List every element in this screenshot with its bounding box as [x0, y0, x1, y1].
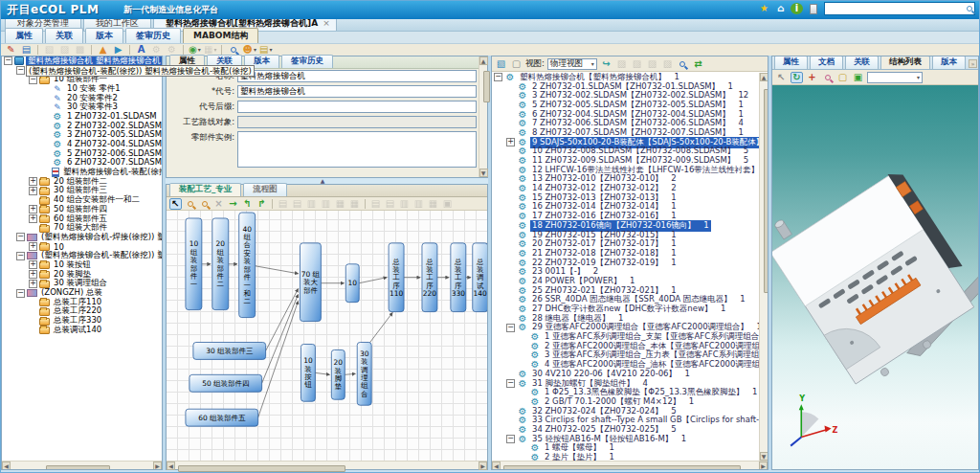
report-icon[interactable]: ▢ [510, 58, 523, 70]
search-icon[interactable] [967, 6, 972, 11]
column-icon[interactable]: ▨ [646, 58, 658, 70]
flow-node[interactable]: 总装工序330 [451, 243, 466, 312]
align-left-icon[interactable]: ▥ [305, 198, 318, 210]
collapse-icon[interactable]: − [506, 324, 515, 332]
scroll-up-icon[interactable]: ▲ [479, 56, 488, 65]
collapse-icon[interactable]: − [494, 73, 502, 81]
code-suffix-field[interactable] [237, 101, 477, 113]
ribbon-tab-mabom-structure[interactable]: MABOM结构 [183, 28, 258, 43]
compare-icon[interactable]: ↪ [600, 58, 612, 70]
select-cursor-icon[interactable]: ↖ [169, 198, 182, 210]
flow-connector[interactable] [315, 372, 329, 374]
expand-icon[interactable]: + [29, 187, 37, 195]
same-width-icon[interactable]: ▥ [398, 198, 411, 210]
ribbon-tab-approval-history[interactable]: 签审历史 [125, 28, 181, 43]
connector-down-icon[interactable]: ↱ [256, 198, 268, 210]
scroll-right-icon[interactable]: ▶ [153, 462, 162, 470]
collapse-icon[interactable]: − [29, 76, 37, 84]
export-icon[interactable]: ▶ [112, 44, 124, 56]
scroll-right-icon[interactable]: ▶ [759, 462, 768, 470]
collapse-icon[interactable]: − [16, 66, 25, 75]
flow-connector[interactable] [359, 278, 387, 283]
tab-close-icon[interactable]: × [323, 18, 330, 28]
align-bottom-icon[interactable]: ▤ [291, 198, 303, 210]
select-cursor-icon[interactable]: ↖ [775, 72, 788, 83]
rotate-icon[interactable]: ↻ [791, 72, 803, 83]
delete-icon[interactable]: × [212, 198, 225, 210]
flow-node[interactable]: 30装调理组合 [357, 342, 371, 405]
flow-node[interactable]: 60 组装部件五 [186, 409, 258, 426]
flow-node[interactable]: 20组装部件二 [212, 218, 229, 310]
form-tab-approval-history[interactable]: 签审历史 [281, 55, 333, 68]
viewer-tab-properties[interactable]: 属性 [774, 56, 808, 69]
view-config-select[interactable]: ▾ [867, 72, 923, 83]
ribbon-tab-relations[interactable]: 关联 [45, 28, 83, 43]
tab-flow-diagram[interactable]: 流程图 [243, 183, 287, 196]
flow-connector[interactable] [266, 289, 299, 351]
same-height-icon[interactable]: ▥ [412, 198, 425, 210]
zoom-select-icon[interactable]: ▢ [836, 72, 849, 83]
edit-icon[interactable]: ✎ [5, 44, 17, 56]
favorites-icon[interactable]: ★ [758, 3, 770, 14]
distribute-h-icon[interactable]: ▤ [369, 198, 382, 210]
flow-node[interactable]: 总装工序220 [422, 243, 437, 312]
ribbon-tab-versions[interactable]: 版本 [85, 28, 123, 43]
flow-node[interactable]: 总装调试140 [473, 243, 487, 312]
collapse-icon[interactable]: − [4, 56, 12, 65]
align-center-icon[interactable]: ▦ [334, 198, 346, 210]
scroll-left-icon[interactable]: ◀ [492, 462, 501, 470]
annotate-icon[interactable]: A [135, 44, 147, 56]
process-tree-item[interactable]: −(塑料热熔接铆合机-焊接(徐挖)) 塑料热熔接铆合机-焊接(徐挖) [2, 233, 162, 242]
flow-connector[interactable] [262, 295, 299, 384]
column2-icon[interactable]: ▨ [661, 58, 674, 70]
expand-icon[interactable]: + [29, 260, 37, 269]
expand-all-icon[interactable]: ▧ [495, 58, 507, 70]
scroll-thumb[interactable] [503, 465, 741, 470]
part-instance-field[interactable] [237, 131, 477, 168]
save-icon[interactable]: ▤ [20, 44, 33, 56]
home-icon[interactable]: ⌂ [774, 3, 787, 14]
scroll-thumb[interactable] [46, 465, 110, 470]
connector-up-icon[interactable]: ↰ [241, 198, 254, 210]
scroll-left-icon[interactable]: ◀ [2, 462, 11, 470]
scroll-down-icon[interactable]: ▼ [479, 169, 488, 177]
collapse-icon[interactable]: − [506, 435, 515, 443]
sort-icon[interactable]: ▨ [631, 58, 643, 70]
flowchart-hscrollbar[interactable]: ◀ ▶ [167, 461, 487, 469]
viewer-tab-versions[interactable]: 版本 [932, 56, 966, 69]
expand-icon[interactable]: + [29, 177, 37, 186]
paste-link-icon[interactable]: ▩ [74, 44, 86, 56]
refresh-icon[interactable]: ⇄ [692, 58, 704, 70]
zoom-out-icon[interactable] [198, 198, 211, 210]
form-vscrollbar[interactable]: ▲ ▼ [479, 56, 487, 177]
connector-icon[interactable]: → [227, 198, 239, 210]
find-icon[interactable] [677, 58, 689, 70]
align-top-icon[interactable]: ▤ [277, 198, 289, 210]
flow-connector[interactable] [256, 266, 299, 274]
align-right-icon[interactable]: ▥ [320, 198, 332, 210]
filter-icon[interactable]: ▨ [615, 58, 628, 70]
viewer-tab-structure-list[interactable]: 结构列表 [880, 56, 930, 69]
flow-node[interactable]: 30 组装部件三 [193, 342, 266, 359]
process-tree-item[interactable]: 总装调试140 [2, 326, 162, 335]
bom-tree-item[interactable]: ⚙2 垫片【垫片】 1 [492, 453, 759, 461]
viewer-tab-documents[interactable]: 文档 [810, 56, 843, 69]
expand-icon[interactable]: + [506, 138, 515, 146]
collapse-icon[interactable]: − [506, 379, 515, 388]
bom-hscrollbar[interactable]: ◀ ▶ [492, 461, 768, 469]
flow-node[interactable]: 40组合安装部件一和二 [239, 213, 256, 318]
flow-node[interactable]: 50 组装部件四 [189, 374, 262, 392]
cad-viewport[interactable]: Y Z [772, 85, 978, 469]
expand-icon[interactable]: + [29, 270, 37, 279]
align-middle-icon[interactable]: ▦ [348, 198, 361, 210]
fit-page-icon[interactable]: ▣ [441, 198, 454, 210]
collapse-arrow-icon[interactable]: ▲ [321, 177, 325, 184]
distribute-v-icon[interactable]: ▤ [384, 198, 396, 210]
scroll-left-icon[interactable]: ◀ [167, 462, 175, 470]
bom-vscrollbar[interactable]: ▲ ▼ [759, 73, 768, 461]
collapse-icon[interactable]: − [16, 233, 25, 241]
flow-node[interactable]: 70 组装大部件 [300, 243, 321, 322]
ribbon-tab-properties[interactable]: 属性 [5, 28, 43, 43]
scroll-up-icon[interactable]: ▲ [760, 73, 768, 81]
import-icon[interactable]: ▲ [97, 44, 109, 56]
